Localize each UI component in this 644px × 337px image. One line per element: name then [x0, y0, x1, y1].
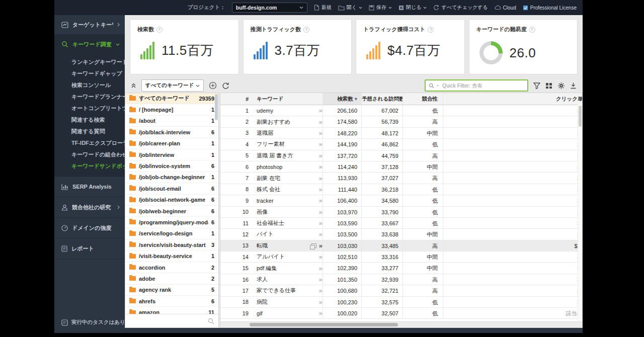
quick-filter-box[interactable] [425, 79, 528, 92]
table-row[interactable]: 12 バイト » 103,500 33,638 中間 [220, 229, 582, 240]
expand-keyword-icon[interactable]: » [319, 265, 323, 272]
column-header-volume[interactable]: 検索数 ▾ [323, 93, 361, 105]
expand-keyword-icon[interactable]: » [319, 163, 323, 170]
expand-keyword-icon[interactable]: » [319, 209, 323, 215]
column-header-num[interactable]: # [220, 96, 255, 102]
keyword-group-select[interactable]: すべてのキーワード [141, 79, 204, 92]
keyword-group-row[interactable]: /about 1 [125, 116, 218, 127]
download-icon[interactable] [570, 82, 577, 89]
expand-keyword-icon[interactable]: » [319, 310, 323, 316]
table-row[interactable]: 14 アルバイト » 102,510 33,316 中間 [220, 251, 582, 263]
table-row[interactable]: 13 転職 » 103,030 33,485 高 $2 [220, 240, 582, 251]
expand-keyword-icon[interactable]: » [319, 299, 323, 305]
chevron-down-icon[interactable] [359, 7, 362, 9]
sidebar-item-target-keywords[interactable]: ターゲットキーワード [54, 15, 125, 35]
running-tasks-status[interactable]: 実行中のタスクはありま [54, 315, 125, 330]
sidebar-subitem[interactable]: 関連する質問 [54, 126, 125, 137]
horizontal-scrollbar[interactable] [220, 321, 582, 327]
keyword-group-row[interactable]: /job/scout-email 6 [125, 183, 218, 194]
sidebar-subitem[interactable]: 検索コンソール [54, 79, 125, 91]
collapse-panel-icon[interactable] [131, 82, 136, 89]
table-row[interactable]: 2 副業おすすめ » 174,580 56,739 高 [220, 116, 582, 127]
table-row[interactable]: 9 tracker » 106,400 34,580 低 [220, 195, 582, 206]
vertical-scrollbar[interactable] [578, 105, 582, 321]
keyword-group-row[interactable]: agency rank 5 [125, 285, 218, 296]
keyword-group-row[interactable]: accordion 2 [125, 262, 218, 273]
keyword-group-row[interactable]: /job/job-change-beginner 1 [125, 172, 218, 183]
sidebar-item-serp-analysis[interactable]: SERP Analysis [54, 177, 125, 197]
keyword-group-row[interactable]: /service/visit-beauty-start 3 [125, 239, 218, 250]
quick-filter-input[interactable] [441, 82, 524, 89]
keyword-group-row[interactable]: ahrefs 6 [125, 296, 218, 307]
chevron-down-icon[interactable] [388, 7, 392, 9]
table-row[interactable]: 6 photoshop » 114,240 37,128 中間 [220, 161, 582, 173]
expand-keyword-icon[interactable]: » [319, 220, 323, 226]
keyword-group-row[interactable]: /service/logo-design 1 [125, 228, 218, 239]
vertical-scrollbar-thumb[interactable] [579, 106, 582, 127]
expand-keyword-icon[interactable]: » [319, 119, 323, 125]
license-button[interactable]: Professional License [523, 5, 577, 11]
column-header-visits[interactable]: 予想される訪問数 [361, 93, 403, 105]
keyword-group-row[interactable]: /job/invoice-system 6 [125, 160, 218, 172]
sidebar-subitem[interactable]: ランキングキーワード [54, 56, 125, 68]
chevron-down-icon[interactable] [436, 85, 439, 87]
keyword-group-row[interactable]: / [homepage] 1 [125, 104, 218, 115]
group-search-box[interactable] [125, 314, 218, 327]
keyword-group-row[interactable]: /programming/jquery-modal 6 [125, 217, 218, 228]
sidebar-subitem[interactable]: キーワードサンドボックス [54, 160, 125, 172]
expand-keyword-icon[interactable]: » [319, 130, 323, 136]
settings-gear-icon[interactable] [557, 82, 565, 90]
keyword-group-row[interactable]: adobe 2 [125, 273, 218, 284]
table-row[interactable]: 3 退職届 » 148,220 48,172 中間 $ [220, 128, 582, 139]
table-row[interactable]: 19 gif » 100,020 32,507 低 該 [220, 308, 582, 319]
column-header-competition[interactable]: 競合性 [403, 93, 443, 105]
check-all-button[interactable]: すべてチェックする [433, 4, 488, 11]
expand-keyword-icon[interactable]: » [319, 287, 323, 294]
help-icon[interactable]: ? [303, 27, 309, 33]
expand-keyword-icon[interactable]: » [319, 175, 323, 182]
table-row[interactable]: 4 フリー素材 » 144,190 46,862 低 [220, 139, 582, 150]
keyword-group-row[interactable]: /job/career-plan 1 [125, 138, 218, 149]
expand-keyword-icon[interactable]: » [319, 186, 323, 193]
help-icon[interactable]: ? [156, 27, 163, 33]
column-header-cpc[interactable]: クリック単価 [443, 93, 583, 105]
sidebar-subitem[interactable]: TF-IDFエクスプローラー [54, 137, 125, 149]
project-select[interactable]: buff-design.com [232, 3, 307, 13]
help-icon[interactable]: ? [428, 27, 434, 33]
columns-layout-icon[interactable] [545, 82, 552, 89]
table-row[interactable]: 18 病院 » 100,230 32,575 低 $2 [220, 297, 582, 308]
sidebar-item-domain-strength[interactable]: ドメインの強度 [54, 218, 125, 238]
sidebar-item-keyword-research[interactable]: キーワード調査 [54, 35, 125, 54]
filter-icon[interactable] [533, 82, 540, 89]
keyword-group-row[interactable]: /job/web-beginner 6 [125, 206, 218, 217]
keyword-group-row[interactable]: /job/social-network-game 6 [125, 195, 218, 206]
cloud-button[interactable]: Cloud [495, 5, 516, 11]
chevron-down-icon[interactable] [423, 7, 427, 9]
refresh-button[interactable] [222, 82, 229, 90]
table-row[interactable]: 11 社会福祉士 » 103,590 33,667 低 [220, 218, 582, 229]
add-keywords-button[interactable] [209, 81, 217, 90]
horizontal-scrollbar-thumb[interactable] [250, 323, 398, 326]
new-project-button[interactable]: 新規 [314, 4, 332, 11]
table-row[interactable]: 5 退職 届 書き方 » 137,720 44,759 高 [220, 150, 582, 161]
expand-keyword-icon[interactable]: » [319, 242, 323, 249]
expand-keyword-icon[interactable]: » [319, 141, 323, 147]
expand-keyword-icon[interactable]: » [319, 231, 323, 237]
sidebar-subitem[interactable]: オートコンプリートツール [54, 103, 125, 114]
open-project-button[interactable]: 開く [338, 4, 362, 11]
expand-keyword-icon[interactable]: » [319, 107, 323, 114]
close-project-button[interactable]: 閉じる [398, 4, 427, 11]
table-row[interactable]: 8 株式 会社 » 111,440 36,218 低 [220, 184, 582, 195]
expand-keyword-icon[interactable]: » [319, 276, 323, 283]
sidebar-item-competitors[interactable]: 競合他社の研究 [54, 197, 125, 218]
keyword-group-row[interactable]: /job/black-interview 6 [125, 127, 218, 138]
sidebar-subitem[interactable]: キーワードの組合わせ [54, 149, 125, 160]
keyword-group-row[interactable]: /visit-beauty-service 1 [125, 250, 218, 262]
copy-icon[interactable] [311, 243, 316, 248]
table-row[interactable]: 10 画像 » 103,970 33,790 低 $4 [220, 207, 582, 218]
keyword-group-row[interactable]: すべてのキーワード 29359 [125, 93, 218, 104]
sidebar-subitem[interactable]: キーワードギャップ [54, 68, 125, 79]
expand-keyword-icon[interactable]: » [319, 152, 323, 159]
table-row[interactable]: 1 udemy » 206,160 67,002 低 [220, 105, 582, 116]
keyword-group-row[interactable]: amazon 11 [125, 307, 218, 314]
